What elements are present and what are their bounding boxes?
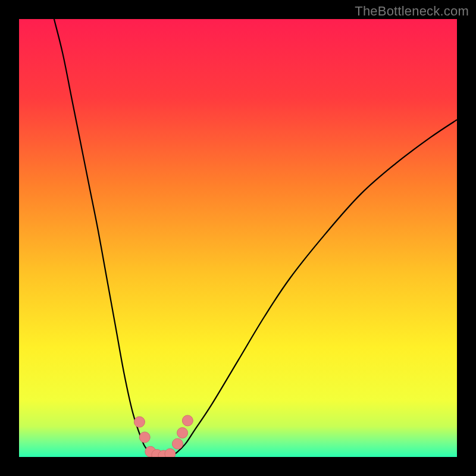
- watermark-text: TheBottleneck.com: [355, 4, 469, 19]
- data-marker: [165, 449, 176, 457]
- data-marker: [134, 416, 145, 427]
- data-marker: [177, 428, 188, 439]
- data-marker: [139, 432, 150, 443]
- chart-svg: [19, 19, 457, 457]
- gradient-background: [19, 19, 457, 457]
- plot-frame: [19, 19, 457, 457]
- data-marker: [172, 439, 183, 449]
- data-marker: [182, 415, 193, 426]
